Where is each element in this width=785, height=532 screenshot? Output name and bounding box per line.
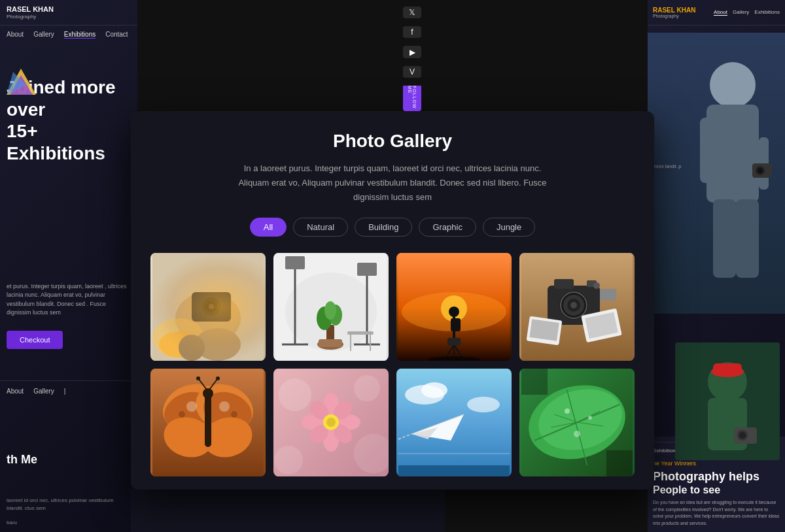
svg-rect-16 [713,363,742,375]
svg-point-82 [219,401,230,412]
left-bottom-nav-gallery[interactable]: Gallery [33,388,54,395]
right-people-see: People to see [653,484,780,496]
svg-point-127 [588,416,592,420]
svg-rect-22 [192,292,231,322]
svg-point-65 [570,302,577,308]
left-logo-icon [3,65,39,101]
right-desc: Do you have an idea but are struggling t… [653,499,780,527]
svg-rect-85 [205,395,211,447]
gallery-item-3[interactable] [396,253,512,361]
gallery-item-7[interactable] [396,369,512,476]
svg-point-11 [758,168,763,173]
checkout-button[interactable]: Checkout [7,331,63,349]
photo-gallery-modal: Photo Gallery In a laoreet purus. Intege… [131,111,654,490]
svg-rect-129 [521,369,548,395]
svg-point-27 [159,331,198,357]
svg-point-95 [274,446,303,474]
svg-point-41 [324,301,336,320]
modal-description: In a laoreet purus. Integer turpis quam,… [229,161,556,205]
right-nav-gallery[interactable]: Gallery [733,9,749,16]
right-nav-about[interactable]: About [714,9,727,16]
left-logo-sub: Photography [7,14,131,20]
right-winners-label: ne Year Winners [653,460,780,467]
svg-point-84 [231,411,237,418]
left-bottom-nav-about[interactable]: About [7,388,24,395]
svg-point-83 [179,411,185,418]
left-bottom-nav-item[interactable]: | [64,388,66,395]
filter-natural[interactable]: Natural [293,218,348,237]
svg-point-24 [205,301,217,312]
filter-tabs: All Natural Building Graphic Jungle [150,218,635,237]
gallery-item-6[interactable] [273,369,389,476]
follow-me-label: FOLLOW ME [403,86,421,111]
right-photo-helps: Photography helps [653,470,780,484]
gallery-item-1[interactable] [150,253,266,361]
svg-rect-73 [600,289,616,301]
filter-jungle[interactable]: Jungle [483,218,535,237]
left-hero-text: Joined more over 15+ Exhibitions [0,44,137,171]
svg-point-86 [203,388,213,399]
twitter-icon-wrap[interactable]: 𝕏 [403,7,421,18]
right-bottom: Exhibitions Contact ne Year Winne [648,437,785,532]
svg-rect-61 [554,279,574,289]
right-logo: RASEL KHAN Photography [653,7,695,18]
left-logo: RASEL KHAN [7,5,131,14]
filter-all[interactable]: All [250,218,287,237]
left-nav-about[interactable]: About [7,31,24,39]
left-nav-contact[interactable]: Contact [105,31,128,39]
svg-rect-43 [319,339,342,347]
facebook-icon-wrap[interactable]: f [403,26,421,38]
youtube-icon: ▶ [410,48,415,57]
left-contact-text: laoreet id orci nec, ultrices pulvinar v… [7,497,124,512]
vimeo-icon-wrap[interactable]: V [403,66,421,78]
gallery-item-5[interactable] [150,369,266,476]
svg-rect-34 [285,256,305,269]
svg-point-26 [152,318,205,357]
svg-point-3 [710,62,756,108]
left-work-with-me: th Me [7,453,37,467]
gallery-item-8[interactable] [519,369,635,476]
svg-rect-8 [736,199,759,278]
gallery-grid [150,253,635,476]
right-header: RASEL KHAN Photography About Gallery Exh… [648,0,785,25]
modal-title: Photo Gallery [150,131,635,152]
svg-rect-72 [529,320,559,342]
svg-rect-52 [451,318,461,331]
svg-point-93 [354,375,380,401]
svg-point-51 [449,307,459,317]
right-nav: About Gallery Exhibitions [714,9,780,16]
left-bottom-nav: About Gallery | [0,380,137,401]
left-nav-gallery[interactable]: Gallery [33,31,54,39]
svg-point-90 [216,376,220,380]
svg-point-128 [574,431,580,437]
svg-point-25 [209,304,214,309]
svg-point-126 [565,408,570,414]
filter-graphic[interactable]: Graphic [419,218,476,237]
svg-rect-57 [447,338,461,346]
svg-rect-4 [706,105,759,203]
gallery-item-4[interactable] [519,253,635,361]
left-nav-exhibitions[interactable]: Exhibitions [64,31,96,39]
gallery-item-2[interactable] [273,253,389,361]
right-contact-image [675,342,780,460]
left-hero-line2: 15+ Exhibitions [7,120,131,164]
left-logo-area: RASEL KHAN Photography [0,0,137,25]
right-hero-image [648,33,785,314]
youtube-icon-wrap[interactable]: ▶ [403,46,421,58]
svg-point-92 [279,378,311,411]
right-bottom-exhibitions[interactable]: Exhibitions [653,448,678,454]
svg-point-109 [421,382,447,398]
right-page: RASEL KHAN Photography About Gallery Exh… [648,0,785,532]
facebook-icon: f [411,27,413,37]
left-body-text: et purus. Integer turpis quam, laoreet ,… [0,276,137,324]
svg-point-28 [195,328,241,361]
svg-rect-7 [713,199,736,278]
right-nav-exhibitions[interactable]: Exhibitions [754,9,780,16]
left-page: RASEL KHAN Photography About Gallery Exh… [0,0,137,532]
svg-rect-130 [606,450,633,476]
svg-point-81 [186,401,197,412]
filter-building[interactable]: Building [355,218,412,237]
svg-point-68 [593,282,600,289]
twitter-icon: 𝕏 [409,8,415,17]
svg-rect-20 [152,253,264,361]
